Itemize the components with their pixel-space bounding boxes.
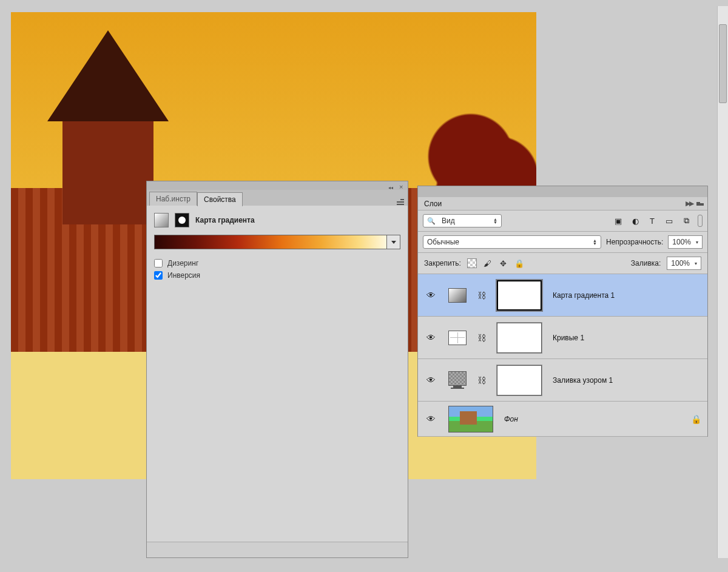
vertical-scrollbar[interactable]	[717, 6, 728, 558]
tab-layers[interactable]: Слои	[418, 197, 448, 210]
fill-label: Заливка:	[631, 259, 661, 267]
fill-value: 100%	[671, 259, 690, 267]
filter-adjust-icon[interactable]: ◐	[630, 216, 641, 226]
mask-icon[interactable]	[175, 213, 189, 227]
layer-filter-label: Вид	[442, 217, 455, 225]
blend-mode-value: Обычные	[427, 238, 459, 246]
filter-smart-icon[interactable]: ⧉	[681, 216, 692, 226]
adjustment-thumbnail[interactable]	[448, 331, 467, 345]
layer-mask-thumbnail[interactable]	[497, 365, 542, 395]
panel-titlebar[interactable]	[147, 181, 408, 190]
properties-footer	[147, 542, 408, 557]
adjustment-thumbnail[interactable]	[448, 371, 467, 389]
lock-position-icon[interactable]: ✥	[499, 258, 508, 268]
layer-mask-thumbnail[interactable]	[497, 280, 542, 311]
gradient-dropdown[interactable]	[387, 235, 400, 249]
layer-mask-thumbnail[interactable]	[497, 323, 542, 353]
reverse-checkbox-row[interactable]: Инверсия	[154, 271, 400, 280]
properties-body: Карта градиента Дизеринг Инверсия	[147, 206, 408, 291]
background-lock-icon[interactable]: 🔒	[691, 414, 701, 424]
lock-label: Закрепить:	[424, 259, 461, 267]
tab-presets[interactable]: Наб.инстр	[149, 192, 197, 206]
reverse-checkbox[interactable]	[154, 271, 163, 280]
link-icon[interactable]: ⛓	[477, 333, 486, 343]
layer-name[interactable]: Заливка узором 1	[553, 376, 613, 385]
opacity-input[interactable]: 100% ▾	[668, 235, 703, 249]
filter-toggle[interactable]	[698, 215, 703, 227]
blend-row: Обычные ▲▼ Непрозрачность: 100% ▾	[418, 232, 707, 253]
close-icon[interactable]	[399, 183, 405, 189]
link-icon[interactable]: ⛓	[477, 291, 486, 300]
gradient-preview[interactable]	[154, 235, 387, 249]
opacity-label: Непрозрачность:	[606, 238, 663, 246]
dither-label: Дизеринг	[167, 259, 198, 267]
lock-transparency-icon[interactable]	[467, 258, 477, 268]
layer-row-background[interactable]: 👁 Фон 🔒	[418, 402, 707, 437]
adjustment-icon[interactable]	[154, 213, 169, 227]
panel-menu-icon[interactable]	[394, 198, 404, 206]
layers-filter-bar: Вид ▲▼ ▣ ◐ T ▭ ⧉	[418, 210, 707, 232]
layer-thumbnail[interactable]	[448, 406, 493, 432]
layer-name[interactable]: Фон	[504, 415, 518, 423]
layers-titlebar[interactable]	[418, 186, 707, 197]
layers-list: 👁 ⛓ Карта градиента 1 👁 ⛓ Кривые 1 👁 ⛓ З…	[418, 274, 707, 437]
search-icon	[427, 217, 438, 225]
layer-filter-select[interactable]: Вид ▲▼	[423, 214, 502, 227]
lock-icons: 🖌 ✥ 🔒	[467, 258, 524, 268]
layers-tabs: Слои ▶▶	[418, 197, 707, 210]
property-header: Карта градиента	[154, 213, 400, 227]
visibility-icon[interactable]: 👁	[424, 332, 437, 343]
lock-row: Закрепить: 🖌 ✥ 🔒 Заливка: 100% ▾	[418, 253, 707, 274]
expand-icon[interactable]: ▶▶	[686, 200, 693, 207]
dither-checkbox[interactable]	[154, 259, 163, 267]
blend-mode-select[interactable]: Обычные ▲▼	[423, 235, 601, 249]
layer-name[interactable]: Кривые 1	[553, 334, 584, 342]
filter-shape-icon[interactable]: ▭	[664, 216, 675, 226]
properties-tabs: Наб.инстр Свойства	[147, 190, 408, 206]
reverse-label: Инверсия	[167, 271, 200, 280]
layers-panel: Слои ▶▶ Вид ▲▼ ▣ ◐ T ▭ ⧉ Обычные ▲▼ Непр…	[417, 186, 708, 437]
lock-all-icon[interactable]: 🔒	[514, 258, 524, 268]
filter-type-icon[interactable]: T	[647, 216, 658, 226]
layer-row-curves[interactable]: 👁 ⛓ Кривые 1	[418, 317, 707, 359]
visibility-icon[interactable]: 👁	[424, 375, 437, 385]
layers-menu-icon[interactable]	[696, 202, 704, 206]
filter-pixel-icon[interactable]: ▣	[613, 216, 624, 226]
adjustment-title: Карта градиента	[195, 216, 255, 224]
properties-panel: Наб.инстр Свойства Карта градиента Дизер…	[146, 181, 408, 558]
tab-properties[interactable]: Свойства	[197, 192, 243, 206]
opacity-value: 100%	[672, 238, 691, 246]
layer-row-gradient-map[interactable]: 👁 ⛓ Карта градиента 1	[418, 274, 707, 317]
fill-input[interactable]: 100% ▾	[667, 257, 701, 270]
collapse-icon[interactable]	[388, 183, 394, 189]
layer-name[interactable]: Карта градиента 1	[553, 291, 615, 300]
layer-row-pattern[interactable]: 👁 ⛓ Заливка узором 1	[418, 359, 707, 402]
lock-paint-icon[interactable]: 🖌	[483, 258, 493, 268]
visibility-icon[interactable]: 👁	[424, 290, 437, 300]
visibility-icon[interactable]: 👁	[424, 414, 437, 424]
link-icon[interactable]: ⛓	[477, 375, 486, 385]
gradient-picker	[154, 235, 400, 249]
scrollbar-thumb[interactable]	[719, 24, 727, 103]
dither-checkbox-row[interactable]: Дизеринг	[154, 259, 400, 267]
adjustment-thumbnail[interactable]	[448, 288, 467, 303]
